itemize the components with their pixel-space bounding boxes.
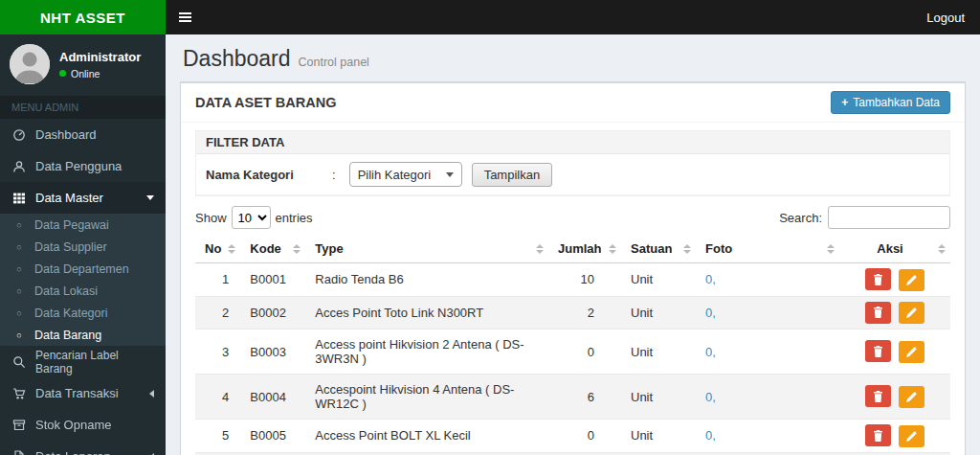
pencil-icon — [906, 275, 917, 285]
navbar-bar: Logout — [166, 0, 980, 34]
entries-select[interactable]: 10 — [232, 206, 271, 229]
sidebar-menu: Dashboard Data Pengguna Data Master Data… — [0, 119, 166, 455]
panel-body: FILTER DATA Nama Kategori : Pilih Katego… — [181, 123, 965, 455]
user-info: Administrator Online — [59, 50, 141, 80]
page-title: Dashboard — [183, 46, 291, 72]
search-control: Search: — [779, 206, 950, 229]
category-label: Nama Kategori — [206, 168, 323, 182]
sidebar-item-label: Data Transaksi — [35, 386, 119, 400]
sidebar-subitem-data-lokasi[interactable]: Data Lokasi — [0, 280, 166, 302]
delete-button[interactable] — [865, 302, 891, 324]
delete-button[interactable] — [865, 268, 891, 290]
edit-button[interactable] — [899, 341, 924, 363]
sidebar-item-stok-opname[interactable]: Stok Opname — [0, 409, 166, 441]
category-select-value: Pilih Kategori — [358, 168, 432, 182]
column-header-foto[interactable]: Foto — [696, 235, 839, 263]
cell-aksi — [839, 420, 950, 453]
avatar — [10, 44, 50, 84]
data-master-submenu: Data Pegawai Data Supplier Data Departem… — [0, 214, 166, 346]
column-header-kode[interactable]: Kode — [240, 235, 305, 263]
cell-no: 4 — [195, 375, 240, 420]
edit-button[interactable] — [899, 269, 924, 291]
sidebar-subitem-data-departemen[interactable]: Data Departemen — [0, 258, 166, 280]
sidebar-item-data-master[interactable]: Data Master Data Pegawai Data Supplier D… — [0, 182, 166, 346]
table-row: 1 B0001 Radio Tenda B6 10 Unit 0, — [195, 263, 950, 297]
table-row: 4 B0004 Accespoint Hikvision 4 Antena ( … — [195, 375, 950, 420]
cell-type: Accespoint Hikvision 4 Antena ( DS-WR12C… — [305, 375, 548, 420]
cell-no: 3 — [195, 330, 240, 375]
sidebar-toggle-button[interactable] — [166, 0, 205, 34]
circle-icon — [11, 264, 27, 274]
cell-kode: B0004 — [240, 375, 305, 420]
sort-icon — [293, 244, 301, 254]
cell-kode: B0002 — [240, 296, 305, 330]
sidebar-item-dashboard[interactable]: Dashboard — [0, 119, 166, 150]
cell-no: 1 — [195, 263, 240, 297]
delete-button[interactable] — [865, 424, 891, 446]
cell-satuan: Unit — [621, 375, 696, 420]
plus-icon: + — [841, 96, 848, 109]
filter-row: Nama Kategori : Pilih Kategori Tampilkan — [196, 154, 949, 195]
pencil-icon — [906, 431, 917, 442]
search-icon — [11, 355, 27, 369]
sidebar-subitem-data-supplier[interactable]: Data Supplier — [0, 236, 166, 258]
sidebar-item-data-laporan[interactable]: Data Laporan — [0, 441, 166, 455]
pencil-icon — [906, 392, 917, 402]
dashboard-icon — [11, 128, 27, 142]
sidebar-menu-header: MENU ADMIN — [0, 96, 166, 119]
main-content: Dashboard Control panel DATA ASET BARANG… — [166, 34, 980, 455]
file-icon — [11, 450, 27, 455]
category-select[interactable]: Pilih Kategori — [349, 162, 462, 187]
filter-title: FILTER DATA — [196, 131, 949, 154]
sidebar-item-data-transaksi[interactable]: Data Transaksi — [0, 377, 166, 409]
sort-icon — [827, 244, 835, 254]
edit-button[interactable] — [899, 386, 924, 408]
column-header-aksi[interactable]: Aksi — [839, 235, 950, 263]
sidebar-subitem-data-pegawai[interactable]: Data Pegawai — [0, 214, 166, 236]
edit-button[interactable] — [899, 425, 924, 447]
sidebar-item-pencarian-label-barang[interactable]: Pencarian Label Barang — [0, 346, 166, 377]
foto-link[interactable]: 0, — [705, 390, 716, 404]
delete-button[interactable] — [865, 385, 891, 407]
sort-icon — [609, 244, 616, 254]
cell-no: 2 — [195, 296, 240, 330]
sidebar-item-label: Stok Opname — [35, 418, 112, 432]
foto-link[interactable]: 0, — [705, 306, 716, 320]
cell-foto: 0, — [696, 375, 839, 420]
content-header: Dashboard Control panel — [166, 34, 980, 81]
circle-icon — [11, 286, 27, 296]
column-header-type[interactable]: Type — [305, 235, 548, 263]
logout-link[interactable]: Logout — [911, 11, 980, 25]
delete-button[interactable] — [865, 340, 891, 362]
edit-button[interactable] — [899, 302, 924, 324]
user-name: Administrator — [59, 50, 141, 64]
archive-box-icon — [11, 419, 27, 432]
search-input[interactable] — [828, 206, 950, 229]
brand-logo[interactable]: NHT ASSET — [0, 0, 166, 34]
sidebar-subitem-data-barang[interactable]: Data Barang — [0, 324, 166, 346]
sort-icon — [228, 244, 235, 254]
sidebar-subitem-data-kategori[interactable]: Data Kategori — [0, 302, 166, 324]
foto-link[interactable]: 0, — [705, 345, 716, 359]
user-panel: Administrator Online — [0, 34, 166, 96]
circle-icon — [11, 220, 27, 230]
column-header-no[interactable]: No — [195, 235, 240, 263]
cell-jumlah: 6 — [548, 375, 621, 420]
cell-foto: 0, — [696, 296, 839, 330]
cell-jumlah: 2 — [548, 296, 621, 330]
trash-icon — [873, 307, 883, 318]
foto-link[interactable]: 0, — [705, 428, 716, 443]
hamburger-icon — [179, 12, 191, 22]
column-header-satuan[interactable]: Satuan — [621, 235, 696, 263]
tampilkan-button[interactable]: Tampilkan — [472, 163, 553, 187]
add-data-button[interactable]: + Tambahkan Data — [831, 91, 950, 114]
asset-table: No Kode Type Jumlah Satuan Foto Aksi 1 B… — [195, 235, 950, 455]
sidebar-item-data-pengguna[interactable]: Data Pengguna — [0, 150, 166, 182]
cell-type: Access point Hikvision 2 Antena ( DS-3WR… — [305, 330, 548, 375]
foto-link[interactable]: 0, — [705, 272, 716, 286]
cell-satuan: Unit — [621, 296, 696, 330]
chevron-down-icon — [446, 172, 454, 177]
table-row: 5 B0005 Access Point BOLT XL Kecil 0 Uni… — [195, 420, 950, 453]
online-status-dot — [59, 70, 66, 77]
column-header-jumlah[interactable]: Jumlah — [548, 235, 621, 263]
